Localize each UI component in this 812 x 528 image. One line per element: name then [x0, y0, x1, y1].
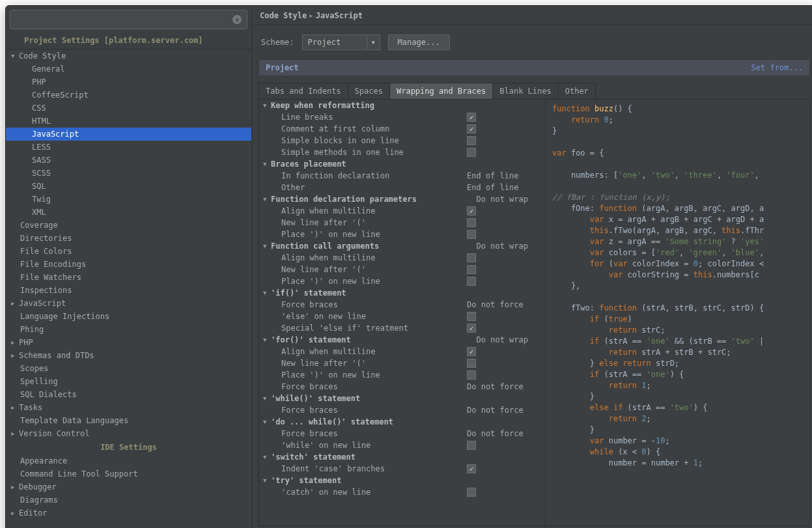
scheme-dropdown[interactable]: Project ▼: [302, 35, 380, 50]
setting-indent-case-branches[interactable]: Indent 'case' branches✓: [259, 463, 545, 475]
group-function-declaration-parameters[interactable]: ▼Function declaration parametersDo not w…: [259, 193, 545, 205]
sidebar-item-spelling[interactable]: Spelling: [6, 375, 251, 388]
sidebar-item-tasks[interactable]: ▶Tasks: [6, 401, 251, 414]
sidebar-item-editor[interactable]: ▶Editor: [6, 507, 251, 520]
value-dropdown[interactable]: Do not force: [467, 406, 524, 415]
checkbox[interactable]: ✓: [467, 324, 476, 333]
sidebar-item-twig[interactable]: Twig: [6, 193, 251, 206]
sidebar-item-coverage[interactable]: Coverage: [6, 219, 251, 232]
checkbox[interactable]: [467, 218, 476, 227]
checkbox[interactable]: ✓: [467, 124, 476, 133]
checkbox[interactable]: [467, 230, 476, 239]
checkbox[interactable]: ✓: [467, 206, 476, 215]
sidebar-item-sql[interactable]: SQL: [6, 180, 251, 193]
setting-new-line-after-[interactable]: New line after '(': [259, 217, 545, 229]
sidebar-item-sql-dialects[interactable]: SQL Dialects: [6, 388, 251, 401]
clear-search-icon[interactable]: ×: [232, 15, 242, 24]
setting-align-when-multiline[interactable]: Align when multiline✓: [259, 346, 545, 357]
setting-place-on-new-line[interactable]: Place ')' on new line: [259, 369, 545, 381]
setting--while-on-new-line[interactable]: 'while' on new line: [259, 439, 545, 451]
value-dropdown[interactable]: Do not force: [467, 429, 524, 438]
setting--else-on-new-line[interactable]: 'else' on new line: [259, 311, 545, 322]
setting-force-braces[interactable]: Force bracesDo not force: [259, 381, 545, 393]
sidebar-item-inspections[interactable]: Inspections: [6, 284, 251, 297]
sidebar-item-sass[interactable]: SASS: [6, 154, 251, 167]
setting-new-line-after-[interactable]: New line after '(': [259, 264, 545, 275]
setting-force-braces[interactable]: Force bracesDo not force: [259, 428, 545, 439]
setting-in-function-declaration[interactable]: In function declarationEnd of line: [259, 170, 545, 182]
group--do-while-statement[interactable]: ▼'do ... while()' statement: [259, 416, 545, 428]
checkbox[interactable]: ✓: [467, 347, 476, 356]
sidebar-item-debugger[interactable]: ▶Debugger: [6, 480, 251, 493]
setting-special-else-if-treatment[interactable]: Special 'else if' treatment✓: [259, 322, 545, 334]
settings-tree[interactable]: ▼Code StyleGeneralPHPCoffeeScriptCSSHTML…: [6, 49, 251, 528]
checkbox[interactable]: [467, 370, 476, 380]
sidebar-item-general[interactable]: General: [6, 63, 251, 76]
sidebar-item-language-injections[interactable]: Language Injections: [6, 310, 251, 323]
setting-line-breaks[interactable]: Line breaks✓: [259, 111, 545, 123]
checkbox[interactable]: [467, 488, 476, 497]
value-dropdown[interactable]: End of line: [467, 171, 518, 180]
sidebar-item-appearance[interactable]: Appearance: [6, 454, 251, 467]
sidebar-item-file-encodings[interactable]: File Encodings: [6, 258, 251, 271]
sidebar-item-schemas-and-dtds[interactable]: ▶Schemas and DTDs: [6, 349, 251, 362]
sidebar-item-coffeescript[interactable]: CoffeeScript: [6, 89, 251, 102]
chevron-down-icon[interactable]: ▼: [367, 35, 380, 49]
tab-tabs-and-indents[interactable]: Tabs and Indents: [259, 83, 348, 99]
checkbox[interactable]: ✓: [467, 464, 476, 473]
group--switch-statement[interactable]: ▼'switch' statement: [259, 451, 545, 463]
setting-simple-methods-in-one-line[interactable]: Simple methods in one line: [259, 146, 545, 158]
sidebar-item-javascript[interactable]: JavaScript: [6, 128, 251, 141]
setting-align-when-multiline[interactable]: Align when multiline: [259, 252, 545, 264]
value-dropdown[interactable]: End of line: [467, 183, 518, 192]
setting-align-when-multiline[interactable]: Align when multiline✓: [259, 205, 545, 217]
sidebar-item-file-colors[interactable]: File Colors: [6, 245, 251, 258]
sidebar-item-code-style[interactable]: ▼Code Style: [6, 49, 251, 63]
checkbox[interactable]: [467, 253, 476, 262]
sidebar-item-scopes[interactable]: Scopes: [6, 362, 251, 375]
group-value[interactable]: Do not wrap: [477, 195, 528, 204]
tab-wrapping-and-braces[interactable]: Wrapping and Braces: [389, 83, 493, 99]
checkbox[interactable]: [467, 312, 476, 321]
setting-simple-blocks-in-one-line[interactable]: Simple blocks in one line: [259, 135, 545, 146]
group-braces-placement[interactable]: ▼Braces placement: [259, 158, 545, 170]
setting-other[interactable]: OtherEnd of line: [259, 182, 545, 193]
sidebar-item-html[interactable]: HTML: [6, 115, 251, 128]
sidebar-item-phing[interactable]: Phing: [6, 323, 251, 336]
checkbox[interactable]: [467, 265, 476, 274]
sidebar-item-diagrams[interactable]: Diagrams: [6, 493, 251, 507]
group-function-call-arguments[interactable]: ▼Function call argumentsDo not wrap: [259, 240, 545, 252]
setting-place-on-new-line[interactable]: Place ')' on new line: [259, 229, 545, 240]
setting-place-on-new-line[interactable]: Place ')' on new line: [259, 275, 545, 287]
checkbox[interactable]: [467, 277, 476, 286]
value-dropdown[interactable]: Do not force: [467, 382, 524, 391]
value-dropdown[interactable]: Do not force: [467, 300, 524, 309]
group-keep-when-reformatting[interactable]: ▼Keep when reformatting: [259, 100, 545, 111]
sidebar-item-css[interactable]: CSS: [6, 102, 251, 115]
settings-list[interactable]: ▼Keep when reformattingLine breaks✓Comme…: [259, 100, 546, 525]
checkbox[interactable]: [467, 359, 476, 368]
sidebar-item-command-line-tool-support[interactable]: Command Line Tool Support: [6, 467, 251, 480]
group--if-statement[interactable]: ▼'if()' statement: [259, 287, 545, 299]
setting-force-braces[interactable]: Force bracesDo not force: [259, 404, 545, 416]
checkbox[interactable]: [467, 441, 476, 450]
checkbox[interactable]: [467, 148, 476, 157]
search-input[interactable]: ×: [10, 10, 247, 29]
setting--catch-on-new-line[interactable]: 'catch' on new line: [259, 486, 545, 498]
set-from-link[interactable]: Set from...: [751, 63, 803, 72]
group-value[interactable]: Do not wrap: [477, 242, 528, 251]
checkbox[interactable]: ✓: [467, 113, 476, 122]
sidebar-item-scss[interactable]: SCSS: [6, 167, 251, 180]
sidebar-item-less[interactable]: LESS: [6, 141, 251, 154]
tab-spaces[interactable]: Spaces: [348, 83, 390, 99]
group--try-statement[interactable]: ▼'try' statement: [259, 475, 545, 486]
sidebar-item-xml[interactable]: XML: [6, 206, 251, 219]
tab-blank-lines[interactable]: Blank Lines: [492, 83, 558, 99]
sidebar-item-php[interactable]: ▶PHP: [6, 336, 251, 349]
tab-other[interactable]: Other: [558, 83, 596, 99]
group--while-statement[interactable]: ▼'while()' statement: [259, 393, 545, 404]
sidebar-item-version-control[interactable]: ▶Version Control: [6, 427, 251, 440]
sidebar-item-directories[interactable]: Directories: [6, 232, 251, 245]
manage-button[interactable]: Manage...: [388, 35, 450, 50]
sidebar-item-file-watchers[interactable]: File Watchers: [6, 271, 251, 284]
